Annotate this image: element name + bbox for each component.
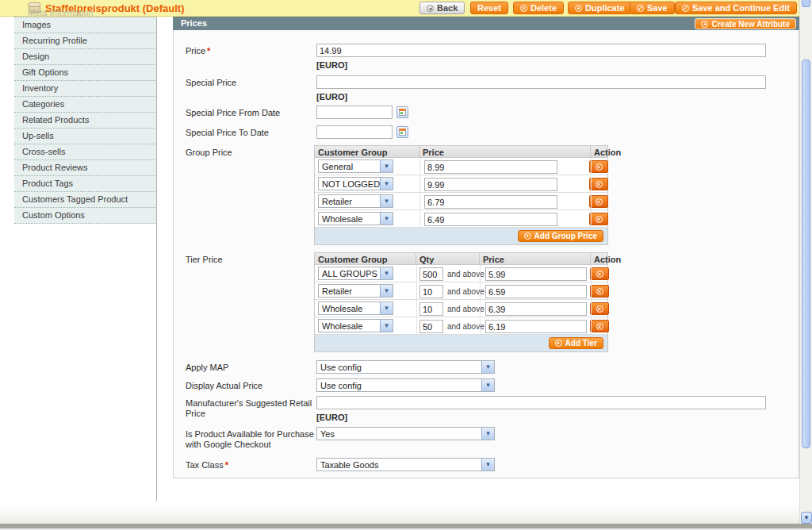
customer-group-select[interactable]: Retailer ▾ — [318, 284, 393, 298]
add-tier-button[interactable]: + Add Tier — [549, 337, 603, 349]
reset-button[interactable]: Reset — [470, 2, 508, 14]
chevron-down-icon: ▾ — [481, 428, 494, 440]
sidebar-item-product-reviews[interactable]: Product Reviews — [14, 160, 157, 176]
sidebar-item-related-products[interactable]: Related Products — [14, 113, 157, 129]
and-above-label: and above — [447, 305, 485, 313]
vertical-scrollbar[interactable]: ▼ — [799, 0, 812, 524]
duplicate-button[interactable]: + Duplicate — [568, 2, 632, 14]
customer-group-select[interactable]: Retailer ▾ — [318, 194, 393, 208]
msrp-input[interactable] — [316, 396, 766, 409]
required-marker: * — [225, 460, 228, 470]
from-date-calendar-button[interactable] — [396, 106, 408, 118]
sidebar-item-inventory[interactable]: Inventory — [14, 81, 157, 97]
sidebar-item-customers-tagged-product[interactable]: Customers Tagged Product — [14, 192, 157, 208]
customer-group-select[interactable]: NOT LOGGED IN ▾ — [318, 177, 393, 190]
sidebar-item-cross-sells[interactable]: Cross-sells — [14, 144, 157, 160]
customer-group-select[interactable]: Wholesale ▾ — [318, 212, 393, 225]
sidebar-item-design[interactable]: Design — [14, 49, 157, 65]
and-above-label: and above — [447, 322, 485, 331]
special-price-from-input[interactable] — [316, 106, 393, 119]
tier-price-table-header: Customer Group Qty Price Action — [315, 253, 607, 265]
delete-row-button[interactable]: × — [590, 320, 609, 332]
display-actual-price-select[interactable]: Use config ▾ — [316, 378, 495, 392]
tier-price-input[interactable] — [485, 285, 587, 298]
scroll-down-button[interactable]: ▼ — [801, 512, 812, 524]
group-price-input[interactable] — [424, 178, 557, 191]
panel-title: Prices — [181, 18, 207, 28]
google-checkout-select[interactable]: Yes ▾ — [316, 427, 495, 440]
scrollbar-thumb[interactable] — [802, 60, 810, 448]
column-divider — [416, 265, 417, 335]
sidebar-item-categories[interactable]: Categories — [14, 97, 157, 113]
sidebar-divider — [156, 17, 157, 501]
delete-icon: × — [596, 271, 603, 278]
sidebar-item-up-sells[interactable]: Up-sells — [14, 129, 157, 144]
tier-price-input[interactable] — [485, 302, 587, 316]
group-price-input[interactable] — [424, 160, 557, 174]
delete-row-button[interactable]: × — [589, 195, 608, 208]
google-checkout-label: Is Product Available for Purchase with G… — [186, 429, 314, 450]
group-price-input[interactable] — [424, 195, 557, 209]
price-input[interactable] — [316, 44, 766, 57]
special-price-input[interactable] — [316, 75, 766, 89]
tier-qty-input[interactable] — [419, 285, 443, 298]
tax-class-select[interactable]: Taxable Goods ▾ — [316, 458, 495, 471]
tier-price-row: ALL GROUPS ▾ and above × — [315, 265, 607, 282]
plus-icon: + — [701, 21, 708, 28]
chevron-down-icon: ▾ — [481, 379, 494, 391]
delete-icon: × — [596, 323, 603, 330]
group-price-row: Wholesale ▾ × — [315, 210, 607, 228]
delete-icon: × — [596, 163, 603, 171]
sidebar-item-product-tags[interactable]: Product Tags — [14, 176, 157, 192]
group-price-input[interactable] — [424, 213, 557, 226]
chevron-down-icon: ▾ — [380, 213, 393, 225]
group-price-row: General ▾ × — [315, 158, 607, 175]
group-price-table: Customer Group Price Action General ▾ × … — [314, 145, 608, 245]
tier-price-table-footer: + Add Tier — [315, 335, 607, 351]
delete-row-button[interactable]: × — [589, 160, 608, 173]
create-new-attribute-button[interactable]: + Create New Attribute — [695, 18, 796, 29]
delete-icon: × — [596, 305, 603, 313]
sidebar-item-gift-options[interactable]: Gift Options — [14, 65, 157, 81]
back-button[interactable]: ◂ Back — [419, 2, 465, 14]
delete-row-button[interactable]: × — [589, 213, 608, 225]
tier-price-input[interactable] — [485, 320, 587, 333]
delete-row-button[interactable]: × — [590, 302, 609, 315]
tier-price-input[interactable] — [485, 267, 587, 281]
customer-group-select[interactable]: General ▾ — [318, 159, 393, 173]
add-group-price-button[interactable]: + Add Group Price — [518, 230, 603, 242]
group-price-table-header: Customer Group Price Action — [315, 146, 607, 158]
delete-icon: × — [520, 5, 527, 12]
save-and-continue-button[interactable]: ✓ Save and Continue Edit — [675, 2, 797, 14]
delete-row-button[interactable]: × — [589, 178, 608, 190]
special-price-to-input[interactable] — [316, 125, 393, 139]
sidebar-item-images[interactable]: Images — [14, 17, 157, 33]
group-price-row: Retailer ▾ × — [315, 193, 607, 210]
required-marker: * — [207, 46, 210, 56]
tier-qty-input[interactable] — [419, 320, 443, 333]
save-button[interactable]: ✓ Save — [630, 2, 675, 14]
apply-map-select[interactable]: Use config ▾ — [316, 360, 495, 374]
sidebar-item-custom-options[interactable]: Custom Options — [14, 208, 157, 224]
sidebar-item-meta-information[interactable]: Meta Information — [28, 8, 94, 17]
check-icon: ✓ — [682, 5, 689, 12]
delete-row-button[interactable]: × — [590, 285, 609, 298]
scrollbar-top-piece[interactable] — [802, 0, 810, 7]
customer-group-select[interactable]: Wholesale ▾ — [318, 319, 393, 332]
column-divider — [591, 265, 592, 335]
special-price-currency-note: [EURO] — [316, 92, 347, 102]
to-date-calendar-button[interactable] — [396, 126, 408, 138]
delete-icon: × — [596, 288, 603, 295]
sidebar-item-recurring-profile[interactable]: Recurring Profile — [14, 33, 157, 49]
customer-group-select[interactable]: ALL GROUPS ▾ — [318, 267, 393, 280]
group-price-row: NOT LOGGED IN ▾ × — [315, 175, 607, 193]
back-icon: ◂ — [427, 5, 434, 12]
delete-row-button[interactable]: × — [590, 267, 609, 280]
tier-qty-input[interactable] — [419, 302, 443, 316]
customer-group-select[interactable]: Wholesale ▾ — [318, 301, 393, 315]
special-price-label: Special Price — [186, 78, 314, 88]
delete-button[interactable]: × Delete — [513, 2, 564, 14]
delete-icon: × — [596, 181, 603, 188]
special-price-to-label: Special Price To Date — [186, 128, 314, 138]
tier-qty-input[interactable] — [419, 267, 443, 281]
